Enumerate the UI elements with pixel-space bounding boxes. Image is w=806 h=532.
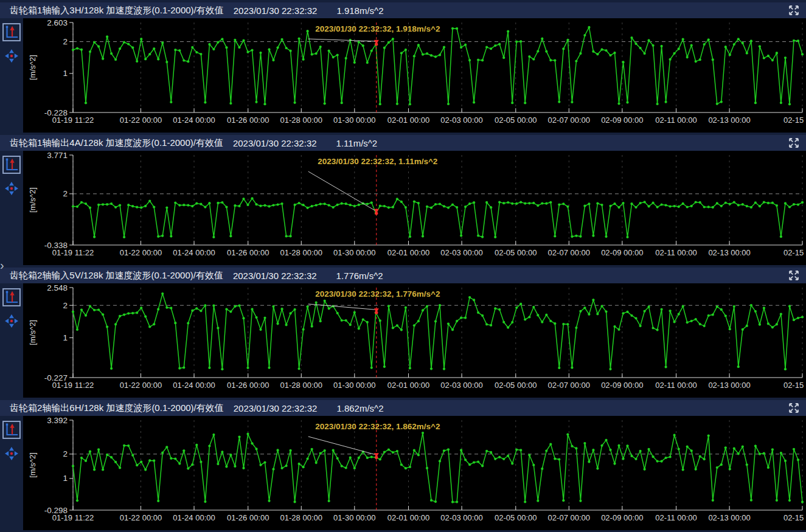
pan-move-icon[interactable] xyxy=(4,446,19,461)
chart-area[interactable]: 01-19 11:2201-22 00:0001-24 00:0001-26 0… xyxy=(23,283,806,398)
chart-toolbar xyxy=(0,18,23,133)
svg-text:[m/s^2]: [m/s^2] xyxy=(28,55,37,80)
pan-move-icon[interactable] xyxy=(4,49,19,63)
svg-text:01-26 00:00: 01-26 00:00 xyxy=(227,248,269,257)
expand-arrows-glyph xyxy=(788,4,800,16)
svg-text:02-11 00:00: 02-11 00:00 xyxy=(655,116,697,125)
svg-text:2: 2 xyxy=(63,189,68,198)
svg-text:01-22 00:00: 01-22 00:00 xyxy=(120,248,162,257)
svg-text:-0.228: -0.228 xyxy=(44,108,68,117)
svg-text:02-09 00:00: 02-09 00:00 xyxy=(601,513,643,522)
expand-icon[interactable] xyxy=(787,4,801,17)
svg-text:01-28 00:00: 01-28 00:00 xyxy=(280,248,322,257)
pan-arrows-glyph xyxy=(4,49,19,63)
chart-toolbar xyxy=(0,151,23,265)
svg-text:[m/s^2]: [m/s^2] xyxy=(28,320,37,345)
svg-text:02-15 17:1: 02-15 17:1 xyxy=(783,248,806,257)
panel-titlebar: 齿轮箱1轴输出4A/128k 加速度波形(0.1-2000)/有效值 2023/… xyxy=(0,135,806,151)
svg-text:01-26 00:00: 01-26 00:00 xyxy=(227,116,269,125)
panel-timestamp: 2023/01/30 22:32:32 xyxy=(233,138,317,148)
chart-area[interactable]: 01-19 11:2201-22 00:0001-24 00:0001-26 0… xyxy=(23,151,806,265)
svg-text:02-01 00:00: 02-01 00:00 xyxy=(387,381,429,390)
svg-text:2: 2 xyxy=(63,449,68,458)
panel-current-value: 1.776m/s^2 xyxy=(336,271,383,281)
svg-text:01-24 00:00: 01-24 00:00 xyxy=(173,248,215,257)
auto-scale-y-button[interactable] xyxy=(2,23,21,41)
panel-current-value: 1.11m/s^2 xyxy=(336,138,378,148)
panel-title: 齿轮箱2轴输入5V/128k 加速度波形(0.1-2000)/有效值 xyxy=(10,270,223,282)
panel-body: 01-19 11:2201-22 00:0001-24 00:0001-26 0… xyxy=(0,416,806,530)
svg-text:01-22 00:00: 01-22 00:00 xyxy=(120,513,162,522)
svg-text:01-28 00:00: 01-28 00:00 xyxy=(280,513,322,522)
svg-text:2023/01/30 22:32:32, 1.862m/s^: 2023/01/30 22:32:32, 1.862m/s^2 xyxy=(315,422,440,431)
pan-arrows-glyph xyxy=(4,181,19,196)
svg-text:3.392: 3.392 xyxy=(47,416,68,425)
panel-current-value: 1.918m/s^2 xyxy=(336,5,383,16)
chart-panel: 齿轮箱1轴输出4A/128k 加速度波形(0.1-2000)/有效值 2023/… xyxy=(0,135,806,265)
svg-text:01-30 00:00: 01-30 00:00 xyxy=(333,248,375,257)
axis-autoscale-icon xyxy=(2,23,21,41)
expand-icon[interactable] xyxy=(787,269,801,282)
svg-text:3.771: 3.771 xyxy=(47,151,68,160)
pan-arrows-glyph xyxy=(4,314,19,328)
svg-text:02-03 00:00: 02-03 00:00 xyxy=(440,248,482,257)
pan-move-icon[interactable] xyxy=(4,181,19,196)
svg-text:2: 2 xyxy=(63,37,68,46)
svg-text:1: 1 xyxy=(63,69,68,78)
svg-text:02-15 17:1: 02-15 17:1 xyxy=(783,513,806,522)
panel-body: 01-19 11:2201-22 00:0001-24 00:0001-26 0… xyxy=(0,283,806,398)
svg-text:02-11 00:00: 02-11 00:00 xyxy=(655,248,697,257)
svg-text:02-13 00:00: 02-13 00:00 xyxy=(708,513,750,522)
svg-text:02-13 00:00: 02-13 00:00 xyxy=(708,116,750,125)
svg-text:02-01 00:00: 02-01 00:00 xyxy=(387,116,429,125)
svg-text:01-24 00:00: 01-24 00:00 xyxy=(173,116,215,125)
chart-panel: 齿轮箱2轴输入5V/128k 加速度波形(0.1-2000)/有效值 2023/… xyxy=(0,268,806,398)
axis-autoscale-icon xyxy=(2,421,21,439)
svg-text:2023/01/30 22:32:32, 1.918m/s^: 2023/01/30 22:32:32, 1.918m/s^2 xyxy=(315,24,440,33)
svg-text:01-30 00:00: 01-30 00:00 xyxy=(333,116,375,125)
pan-arrows-glyph xyxy=(4,446,19,461)
svg-text:02-07 00:00: 02-07 00:00 xyxy=(548,513,590,522)
svg-text:02-01 00:00: 02-01 00:00 xyxy=(387,513,429,522)
svg-text:2.548: 2.548 xyxy=(47,283,68,292)
svg-text:01-24 00:00: 01-24 00:00 xyxy=(173,381,215,390)
auto-scale-y-button[interactable] xyxy=(2,288,21,306)
svg-text:02-07 00:00: 02-07 00:00 xyxy=(548,248,590,257)
auto-scale-y-button[interactable] xyxy=(2,421,21,439)
svg-text:02-05 00:00: 02-05 00:00 xyxy=(495,248,537,257)
svg-text:1: 1 xyxy=(63,474,68,483)
svg-text:01-24 00:00: 01-24 00:00 xyxy=(173,513,215,522)
svg-text:02-11 00:00: 02-11 00:00 xyxy=(655,381,697,390)
panel-title: 齿轮箱1轴输入3H/128k 加速度波形(0.1-2000)/有效值 xyxy=(10,5,224,16)
svg-text:02-11 00:00: 02-11 00:00 xyxy=(655,513,697,522)
sidebar-expand-handle[interactable]: › xyxy=(0,259,4,271)
svg-text:01-22 00:00: 01-22 00:00 xyxy=(120,116,162,125)
svg-text:02-09 00:00: 02-09 00:00 xyxy=(601,116,643,125)
svg-text:02-03 00:00: 02-03 00:00 xyxy=(440,381,482,390)
svg-text:02-13 00:00: 02-13 00:00 xyxy=(708,381,750,390)
panel-timestamp: 2023/01/30 22:32:32 xyxy=(234,5,318,16)
chart-area[interactable]: 01-19 11:2201-22 00:0001-24 00:0001-26 0… xyxy=(23,416,806,530)
svg-text:02-01 00:00: 02-01 00:00 xyxy=(387,248,429,257)
svg-text:01-26 00:00: 01-26 00:00 xyxy=(227,513,269,522)
expand-icon[interactable] xyxy=(787,136,801,150)
svg-text:02-03 00:00: 02-03 00:00 xyxy=(440,513,482,522)
expand-icon[interactable] xyxy=(787,401,801,415)
svg-text:2.603: 2.603 xyxy=(47,18,68,27)
axis-autoscale-icon xyxy=(2,156,21,174)
expand-arrows-glyph xyxy=(788,269,800,282)
chart-panels-stack: 齿轮箱1轴输入3H/128k 加速度波形(0.1-2000)/有效值 2023/… xyxy=(0,0,806,530)
chart-panel: 齿轮箱2轴输出6H/128k 加速度波形(0.1-2000)/有效值 2023/… xyxy=(0,400,806,530)
chart-area[interactable]: 01-19 11:2201-22 00:0001-24 00:0001-26 0… xyxy=(23,18,806,133)
auto-scale-y-button[interactable] xyxy=(2,156,21,174)
panel-titlebar: 齿轮箱2轴输出6H/128k 加速度波形(0.1-2000)/有效值 2023/… xyxy=(0,400,806,416)
svg-text:02-09 00:00: 02-09 00:00 xyxy=(601,248,643,257)
svg-text:02-09 00:00: 02-09 00:00 xyxy=(601,381,643,390)
svg-text:1: 1 xyxy=(63,333,68,342)
svg-text:02-03 00:00: 02-03 00:00 xyxy=(440,116,482,125)
panel-timestamp: 2023/01/30 22:32:32 xyxy=(234,403,318,413)
pan-move-icon[interactable] xyxy=(4,314,19,328)
expand-arrows-glyph xyxy=(788,402,800,414)
chart-panel: 齿轮箱1轴输入3H/128k 加速度波形(0.1-2000)/有效值 2023/… xyxy=(0,2,806,133)
svg-text:01-28 00:00: 01-28 00:00 xyxy=(280,116,322,125)
